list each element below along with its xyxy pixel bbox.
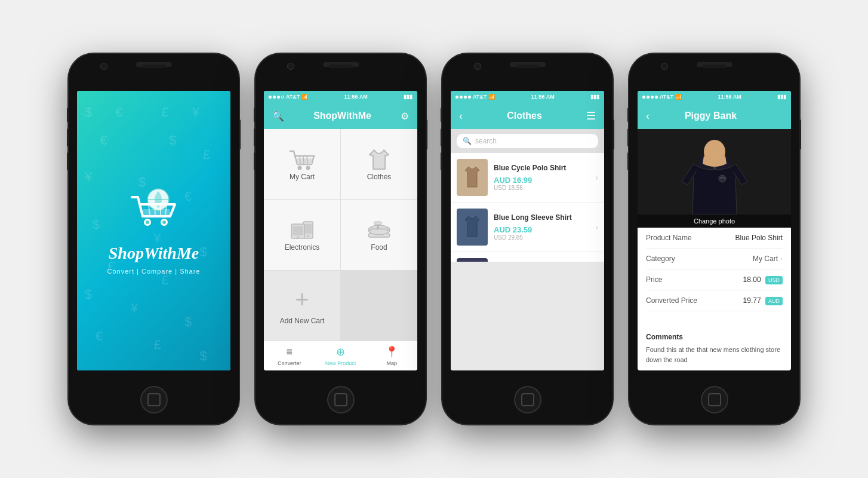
add-icon: + [295,286,309,313]
search-icon-2[interactable]: 🔍 [272,111,284,122]
map-icon: 📍 [385,345,398,358]
svg-line-14 [303,156,304,164]
side-btn-left1-1 [67,108,69,122]
side-btn-right-2 [426,120,427,149]
new-product-icon: ⊕ [336,345,345,358]
product-price-0: AUD 16.99 [494,176,595,185]
clothes-grid-icon [365,148,393,173]
home-button-3[interactable] [514,386,541,413]
grid-item-mycart[interactable]: My Cart [264,129,340,199]
comments-label: Comments [646,333,783,341]
home-button-1[interactable] [140,386,168,413]
side-btn-left3-2 [254,152,256,170]
screen-header-3: ‹ Clothes ☰ [451,103,604,129]
phone-screen-4: AT&T 📶 11:56 AM ▮▮▮ ‹ Piggy Bank [638,91,791,370]
carrier-4: AT&T [660,94,673,100]
battery-4: ▮▮▮ [777,94,786,100]
svg-rect-12 [297,158,312,164]
tab-new-product[interactable]: ⊕ New Product [315,345,367,366]
carrier-3: AT&T [473,94,487,100]
product-price-1: AUD 23.59 [494,225,595,234]
side-btn-left1-2 [254,108,256,122]
status-bar-4: AT&T 📶 11:56 AM ▮▮▮ [638,91,791,103]
phone-speaker-1 [142,65,166,68]
side-btn-left1-3 [441,108,442,122]
category-grid: My Cart Clothes [264,129,417,341]
phone-speaker-3 [516,65,540,68]
tab-bar-2: ≡ Converter ⊕ New Product 📍 Map [264,341,417,370]
svg-rect-28 [374,222,381,225]
splash-title: ShopWithMe [109,244,199,263]
svg-rect-19 [304,224,312,234]
phone-screen-2: AT&T 📶 11:56 AM ▮▮▮ 🔍 ShopWithMe ⚙ [264,91,417,370]
screen-header-4: ‹ Piggy Bank [638,103,791,129]
signal-2 [269,96,284,99]
cart-grid-icon [288,148,316,173]
wifi-icon-4: 📶 [675,94,682,100]
phone-2: AT&T 📶 11:56 AM ▮▮▮ 🔍 ShopWithMe ⚙ [256,54,426,424]
price-label: Price [646,275,662,284]
grid-item-addnew[interactable]: + Add New Cart [264,271,340,341]
electronics-grid-icon [287,218,318,243]
gear-icon-2[interactable]: ⚙ [401,111,409,122]
phone-speaker-4 [703,65,727,68]
change-photo-overlay[interactable]: Change photo [638,215,791,228]
side-btn-left1-4 [627,108,629,122]
phone-camera-2 [287,63,294,70]
side-btn-left2-1 [67,128,69,146]
grid-label-addnew: Add New Cart [280,317,325,325]
tab-map[interactable]: 📍 Map [366,345,417,366]
status-bar-3: AT&T 📶 11:56 AM ▮▮▮ [451,91,604,103]
carrier-2: AT&T [286,94,300,100]
hamburger-icon-3[interactable]: ☰ [586,109,596,122]
tab-map-label: Map [386,360,397,366]
tab-converter[interactable]: ≡ Converter [264,346,315,366]
converted-value: 19.77 AUD [743,296,783,305]
home-button-4[interactable] [701,386,728,413]
comments-section: Comments Found this at the that new mens… [638,327,791,370]
grid-item-food[interactable]: Food [341,200,417,269]
search-input-wrap[interactable]: 🔍 search [457,134,598,148]
screen-header-2: 🔍 ShopWithMe ⚙ [264,103,417,129]
product-price-usd-1: USD 29.85 [494,234,595,241]
side-btn-left3-1 [67,152,69,170]
grid-item-electronics[interactable]: Electronics [264,200,340,269]
header-title-4: Piggy Bank [650,111,772,121]
product-item-0[interactable]: Blue Cycle Polo Shirt AUD 16.99 USD 18.5… [451,153,604,203]
product-item-1[interactable]: Blue Long Sleeve Shirt AUD 23.59 USD 29.… [451,203,604,252]
phone-screen-1: $ € £ ¥ € $ £ ¥ $ € $ ¥ $ € £ $ ¥ [77,91,230,370]
field-category[interactable]: Category My Cart › [646,249,783,269]
product-item-2[interactable]: Purple Long Sleeve Shirt AUD 5.00 USD 6.… [451,252,604,262]
side-btn-right-4 [799,120,801,149]
side-btn-right-1 [239,120,241,149]
grid-item-clothes[interactable]: Clothes [341,129,417,199]
time-2: 11:56 AM [344,94,368,100]
phone-1: $ € £ ¥ € $ £ ¥ $ € $ ¥ $ € £ $ ¥ [69,54,239,424]
svg-point-31 [719,175,726,182]
svg-line-15 [307,156,307,164]
side-btn-left3-3 [441,152,442,170]
header-title-2: ShopWithMe [284,111,401,121]
side-btn-left2-2 [254,128,256,146]
converter-icon: ≡ [287,346,293,358]
phone-camera-4 [661,63,668,70]
screen-4-content: AT&T 📶 11:56 AM ▮▮▮ ‹ Piggy Bank [638,91,791,370]
home-button-2[interactable] [327,386,355,413]
svg-point-16 [298,166,302,170]
product-detail-image[interactable]: Change photo [638,129,791,228]
grid-label-mycart: My Cart [290,173,315,181]
svg-point-23 [297,236,299,238]
time-3: 11:56 AM [531,94,555,100]
food-grid-icon [365,218,393,243]
svg-point-6 [146,220,149,224]
category-label: Category [646,255,675,263]
product-name-label: Product Name [646,234,692,242]
tab-converter-label: Converter [278,360,301,366]
search-placeholder-3: search [475,137,497,145]
grid-label-food: Food [371,243,387,252]
product-list: Blue Cycle Polo Shirt AUD 16.99 USD 18.5… [451,153,604,262]
wifi-icon-3: 📶 [488,94,495,100]
screen-2-content: AT&T 📶 11:56 AM ▮▮▮ 🔍 ShopWithMe ⚙ [264,91,417,370]
chevron-icon-0: › [595,173,598,182]
product-name-value: Blue Polo Shirt [735,234,783,242]
